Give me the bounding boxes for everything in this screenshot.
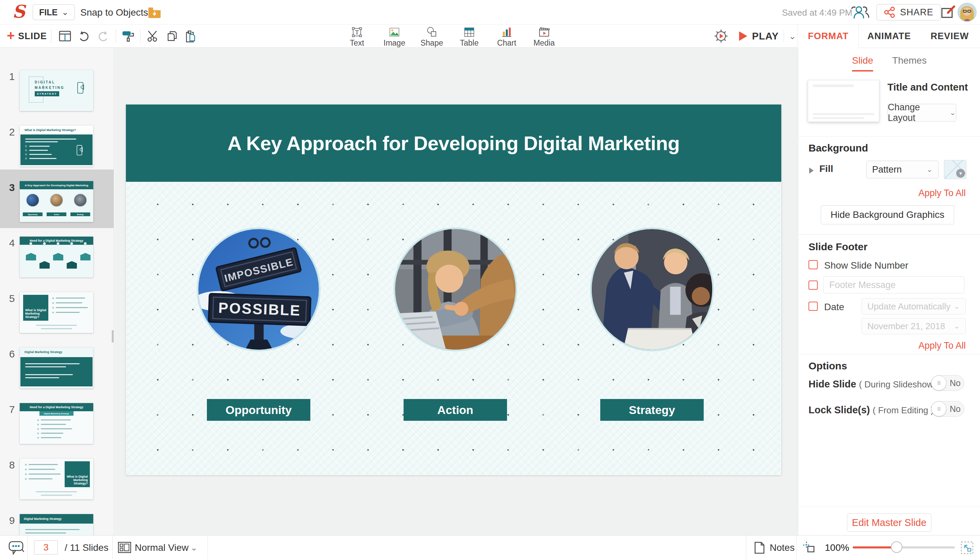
slide-8-thumbnail[interactable]: What is Digital Marketing Strategy? <box>20 458 93 499</box>
app-logo-icon[interactable]: S <box>10 3 27 21</box>
swatch-dropdown-icon[interactable]: ▼ <box>956 169 965 178</box>
hide-slide-toggle[interactable]: No <box>931 375 964 391</box>
insert-table-button[interactable]: Table <box>457 25 482 48</box>
view-mode-chevron-icon[interactable]: ⌄ <box>191 543 197 552</box>
show-slide-number-label: Show Slide Number <box>824 260 908 271</box>
slide-7-thumbnail[interactable]: Need for a Digital Marketing Strategy Di… <box>20 403 93 444</box>
phone-megaphone-icon <box>77 82 86 95</box>
slide-1-thumbnail[interactable]: DIGITAL MARKETING STRATEGY <box>20 70 93 111</box>
label-action[interactable]: Action <box>404 399 507 421</box>
share-label: SHARE <box>900 7 934 18</box>
paste-icon <box>185 30 197 43</box>
label-strategy[interactable]: Strategy <box>600 399 704 421</box>
current-slide[interactable]: A Key Approach for Developing Digital Ma… <box>126 104 781 475</box>
layout-preview[interactable] <box>808 80 879 122</box>
slide-title-box[interactable]: A Key Approach for Developing Digital Ma… <box>126 104 781 182</box>
insert-image-button[interactable]: Image <box>382 25 407 48</box>
slide-4-thumbnail[interactable]: Need for a Digital Marketing Strategy <box>20 237 93 278</box>
format-panel: Slide Themes Title and Content Change La… <box>798 48 980 535</box>
feedback-icon[interactable] <box>940 5 956 20</box>
insert-text-button[interactable]: T Text <box>345 25 369 48</box>
slide-number: 9 <box>6 515 18 526</box>
chevron-down-icon: ⌄ <box>927 166 933 173</box>
show-slide-number-checkbox[interactable] <box>808 260 818 269</box>
zoom-slider-handle[interactable] <box>891 541 902 553</box>
zoom-slider-fill <box>853 546 897 549</box>
slide-6-thumbnail[interactable]: Digital Marketing Strategy <box>20 347 93 389</box>
panel-resize-handle[interactable] <box>112 327 114 346</box>
slide-3-thumbnail-selected[interactable]: A Key Approach for Developing Digital Ma… <box>20 181 93 222</box>
slide-thumbnail-row: 1 DIGITAL MARKETING STRATEGY <box>0 70 114 111</box>
chevron-down-icon: ⌄ <box>954 322 960 330</box>
photo-action[interactable] <box>393 227 517 351</box>
file-menu-button[interactable]: FILE ⌄ <box>33 5 75 20</box>
footer-message-input[interactable] <box>823 276 964 293</box>
document-title[interactable]: Snap to Objects <box>80 7 148 18</box>
paste-button[interactable] <box>185 25 197 48</box>
notes-icon[interactable] <box>754 542 765 554</box>
fill-expander-icon[interactable] <box>809 167 813 174</box>
insert-shape-label: Shape <box>421 38 444 48</box>
photo-opportunity[interactable]: IMPOSSIBLE POSSIBLE <box>197 227 320 351</box>
notes-toggle[interactable]: Notes <box>770 542 795 553</box>
slide-title[interactable]: A Key Approach for Developing Digital Ma… <box>228 132 680 155</box>
insert-shape-button[interactable]: Shape <box>419 25 444 48</box>
view-mode-selector[interactable]: Normal View <box>135 542 188 553</box>
plus-icon: + <box>7 28 15 42</box>
format-painter-button[interactable] <box>122 25 135 48</box>
pattern-swatch-button[interactable]: ▼ <box>944 160 967 179</box>
slide-2-thumbnail[interactable]: What is Digital Marketing Strategy? <box>20 126 93 167</box>
slide-5-thumbnail[interactable]: What is Digital Marketing Strategy? <box>20 292 93 333</box>
slideshow-settings-button[interactable] <box>714 29 728 45</box>
photo-strategy[interactable] <box>590 227 714 351</box>
redo-button[interactable] <box>97 25 110 48</box>
footer-message-checkbox[interactable] <box>808 281 818 290</box>
edit-master-slide-button[interactable]: Edit Master Slide <box>847 513 931 532</box>
copy-button[interactable] <box>165 25 178 48</box>
user-avatar[interactable] <box>957 3 977 22</box>
insert-chart-button[interactable]: Chart <box>495 25 519 48</box>
slide-thumbnail-row: 7 Need for a Digital Marketing Strategy … <box>0 403 114 444</box>
lock-slide-toggle[interactable]: No <box>931 401 964 417</box>
play-button[interactable]: PLAY ⌄ <box>739 25 796 48</box>
share-button[interactable]: SHARE <box>876 4 940 20</box>
play-options-chevron-icon[interactable]: ⌄ <box>789 31 796 41</box>
date-checkbox[interactable] <box>808 302 818 311</box>
move-to-folder-icon[interactable] <box>148 6 161 18</box>
comments-icon[interactable] <box>8 540 25 555</box>
insert-media-label: Media <box>534 38 555 48</box>
cut-button[interactable] <box>146 25 159 48</box>
lock-slide-label: Lock Slide(s) ( From Editing ) <box>808 404 934 416</box>
chevron-down-icon: ⌄ <box>954 303 960 310</box>
slide-9-thumbnail[interactable]: Digital Marketing Strategy <box>20 514 93 535</box>
date-mode-select[interactable]: Update Automatically ⌄ <box>861 298 966 314</box>
subtab-slide[interactable]: Slide <box>852 55 873 71</box>
date-value-select[interactable]: November 21, 2018 ⌄ <box>861 318 966 334</box>
insert-table-label: Table <box>460 38 479 48</box>
chart-tool-icon <box>500 26 513 38</box>
hide-background-graphics-button[interactable]: Hide Background Graphics <box>821 205 954 224</box>
current-slide-number-input[interactable]: 3 <box>34 540 58 554</box>
label-opportunity[interactable]: Opportunity <box>207 399 310 421</box>
new-slide-button[interactable]: + SLIDE <box>7 25 47 48</box>
zoom-slider[interactable] <box>853 546 955 549</box>
layout-button[interactable] <box>59 25 71 48</box>
slide-canvas: A Key Approach for Developing Digital Ma… <box>114 48 798 535</box>
layout-name: Title and Content <box>888 82 968 93</box>
collaborators-icon[interactable] <box>851 5 870 20</box>
footer-apply-to-all-link[interactable]: Apply To All <box>918 341 966 351</box>
subtab-themes[interactable]: Themes <box>892 55 927 71</box>
copy-icon <box>165 30 178 43</box>
background-apply-to-all-link[interactable]: Apply To All <box>918 188 966 198</box>
undo-button[interactable] <box>78 25 91 48</box>
snap-grid-icon[interactable] <box>802 541 816 554</box>
tab-review[interactable]: REVIEW <box>919 25 980 48</box>
change-layout-button[interactable]: Change Layout ⌄ <box>888 104 956 122</box>
insert-media-button[interactable]: Media <box>532 25 556 48</box>
fit-to-window-icon[interactable] <box>960 541 974 554</box>
slide-number: 2 <box>6 126 18 138</box>
phone-megaphone-icon <box>76 145 84 157</box>
fill-type-select[interactable]: Pattern ⌄ <box>866 161 939 179</box>
tab-animate[interactable]: ANIMATE <box>859 25 919 48</box>
tab-format[interactable]: FORMAT <box>798 25 859 48</box>
